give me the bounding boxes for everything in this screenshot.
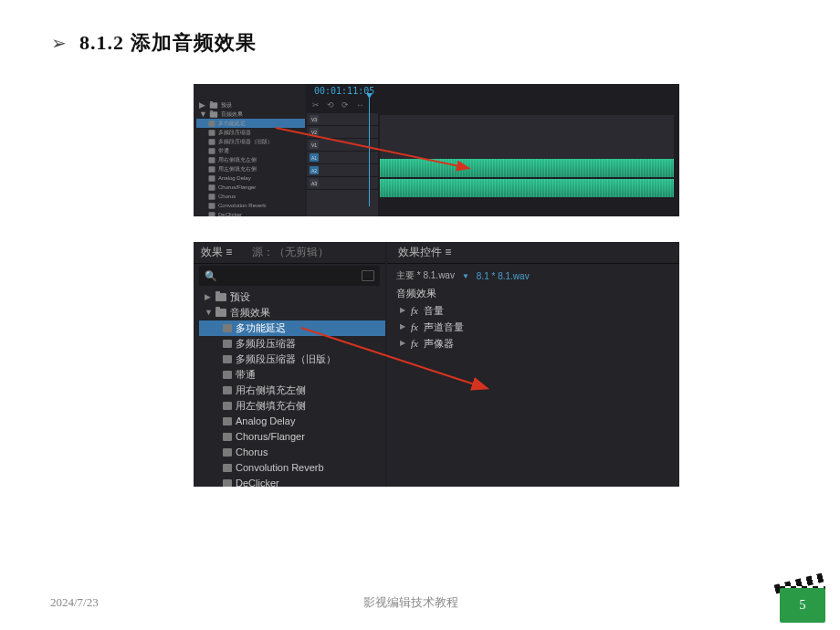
effect-multiband-compressor-legacy[interactable]: 多频段压缩器（旧版） xyxy=(199,352,385,367)
timeline-tool-row: ✂⟲⟳↔ xyxy=(312,100,365,110)
effect-controls-master-row: 主要 * 8.1.wav ▼ 8.1 * 8.1.wav xyxy=(387,264,679,284)
audio-track xyxy=(380,179,674,197)
preset-icon xyxy=(223,479,232,487)
timeline-panel: 00:01:11:05 ✂⟲⟳↔ V3 V2 V1 A1 A2 A3 xyxy=(307,84,679,216)
playhead xyxy=(369,97,370,206)
preset-icon xyxy=(223,402,232,410)
bullet-arrow-icon: ➢ xyxy=(51,32,67,54)
preset-icon xyxy=(223,371,232,379)
screenshot-effects-panel: 效果 ≡ 源：（无剪辑） 🔍 ▶预设 ▼音频效果 多功能延迟 多频段压缩器 多频… xyxy=(194,242,679,487)
effect-controls-tab[interactable]: 效果控件 ≡ xyxy=(387,242,679,264)
footer-date: 2024/7/23 xyxy=(50,595,99,610)
effects-panel: ▶预设 ▼音频效果 多功能延迟 多频段压缩器 多频段压缩器（旧版） 带通 用右侧… xyxy=(194,84,305,216)
folder-icon xyxy=(215,309,226,317)
video-track xyxy=(380,130,674,144)
effects-tree: ▶预设 ▼音频效果 多功能延迟 多频段压缩器 多频段压缩器（旧版） 带通 用右侧… xyxy=(194,288,385,487)
page-number-badge: 5 xyxy=(780,588,825,623)
clapperboard-badge: 5 xyxy=(772,573,831,623)
footer-title: 影视编辑技术教程 xyxy=(363,594,458,611)
screenshot-timeline: ▶预设 ▼音频效果 多功能延迟 多频段压缩器 多频段压缩器（旧版） 带通 用右侧… xyxy=(194,84,679,216)
preset-icon xyxy=(223,324,232,332)
effect-fill-left-with-right[interactable]: 用右侧填充左侧 xyxy=(199,383,385,398)
triangle-down-icon: ▼ xyxy=(462,272,469,280)
effects-panel-tabs: 效果 ≡ 源：（无剪辑） xyxy=(194,242,385,264)
audio-track xyxy=(380,159,674,177)
effects-search[interactable]: 🔍 xyxy=(199,266,380,286)
folder-icon xyxy=(215,293,226,301)
heading-text: 8.1.2 添加音频效果 xyxy=(79,29,257,57)
effect-declicker[interactable]: DeClicker xyxy=(199,476,385,487)
preset-icon xyxy=(223,355,232,363)
effect-chorus-flanger[interactable]: Chorus/Flanger xyxy=(199,429,385,445)
preset-icon xyxy=(223,448,232,457)
sequence-clip-link[interactable]: 8.1 * 8.1.wav xyxy=(477,271,530,281)
preset-icon xyxy=(223,386,232,394)
master-clip-label: 主要 * 8.1.wav xyxy=(396,269,455,282)
tree-folder-presets[interactable]: ▶预设 xyxy=(199,289,385,305)
track-header-column: V3 V2 V1 A1 A2 A3 xyxy=(307,113,378,216)
effect-analog-delay[interactable]: Analog Delay xyxy=(199,414,385,429)
tree-folder-audio-effects[interactable]: ▼音频效果 xyxy=(199,305,385,320)
video-track xyxy=(380,115,674,130)
effect-fill-right-with-left[interactable]: 用左侧填充右侧 xyxy=(199,398,385,414)
effect-multiband-compressor[interactable]: 多频段压缩器 xyxy=(199,336,385,352)
effect-multitap-delay[interactable]: 多功能延迟 xyxy=(199,320,385,336)
section-audio-effects: 音频效果 xyxy=(387,284,679,302)
effect-chorus[interactable]: Chorus xyxy=(199,445,385,460)
video-track xyxy=(380,144,674,159)
fx-volume[interactable]: ▶fx音量 xyxy=(387,302,679,319)
effects-tree: ▶预设 ▼音频效果 多功能延迟 多频段压缩器 多频段压缩器（旧版） 带通 用右侧… xyxy=(194,84,305,216)
slide-footer: 2024/7/23 影视编辑技术教程 5 xyxy=(0,592,840,614)
tab-effects[interactable]: 效果 ≡ xyxy=(201,245,232,260)
preset-icon xyxy=(223,417,232,425)
preset-icon xyxy=(223,464,232,472)
new-bin-icon[interactable] xyxy=(362,270,374,281)
search-icon: 🔍 xyxy=(205,270,217,282)
effects-panel: 效果 ≡ 源：（无剪辑） 🔍 ▶预设 ▼音频效果 多功能延迟 多频段压缩器 多频… xyxy=(194,242,385,487)
effect-bandpass[interactable]: 带通 xyxy=(199,367,385,383)
fx-channel-volume[interactable]: ▶fx声道音量 xyxy=(387,319,679,335)
effect-convolution-reverb[interactable]: Convolution Reverb xyxy=(199,460,385,476)
tab-source[interactable]: 源：（无剪辑） xyxy=(252,245,329,260)
effect-controls-panel: 效果控件 ≡ 主要 * 8.1.wav ▼ 8.1 * 8.1.wav 音频效果… xyxy=(387,242,679,487)
timecode: 00:01:11:05 xyxy=(314,86,374,96)
preset-icon xyxy=(223,340,232,348)
fx-panner[interactable]: ▶fx声像器 xyxy=(387,335,679,352)
section-heading: ➢ 8.1.2 添加音频效果 xyxy=(51,29,257,57)
preset-icon xyxy=(223,433,232,441)
